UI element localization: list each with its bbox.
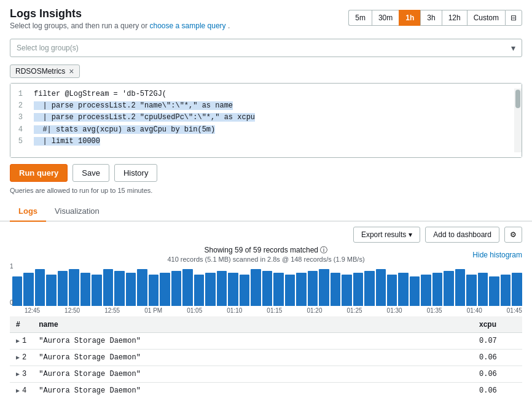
histogram-bar <box>410 276 420 306</box>
histogram-bar <box>331 273 340 306</box>
tab-visualization[interactable]: Visualization <box>46 201 108 222</box>
results-table-container: # name xcpu ▶1 "Aurora Storage Daemon" 0… <box>0 316 532 395</box>
history-button[interactable]: History <box>114 164 157 182</box>
calendar-icon-btn[interactable]: ⊟ <box>505 10 522 26</box>
code-editor[interactable]: 1 2 3 4 5 filter @LogStream = 'db-5T2GJ(… <box>10 83 522 158</box>
histogram-bar <box>319 269 329 306</box>
histogram-bar <box>251 269 260 306</box>
export-label: Export results <box>361 230 406 239</box>
time-btn-custom[interactable]: Custom <box>467 10 505 26</box>
x-label: 01:45 <box>507 307 522 314</box>
x-label: 01:15 <box>267 307 282 314</box>
chart-container: 1 0 12:4512:5012:5501 PM01:0501:1001:150… <box>10 263 522 314</box>
histogram-bar <box>80 273 90 306</box>
code-line-2: | parse processList.2 "name\":\"*," as n… <box>34 100 509 112</box>
results-toolbar: Export results ▾ Add to dashboard ⚙ <box>0 222 532 245</box>
expand-icon[interactable]: ▶ <box>16 388 20 394</box>
col-header-xcpu: xcpu <box>473 316 522 333</box>
histogram-bar <box>398 273 408 306</box>
time-btn-12h[interactable]: 12h <box>442 10 467 26</box>
histogram-section: Showing 59 of 59 records matched ⓘ 410 r… <box>0 245 532 314</box>
time-btn-1h[interactable]: 1h <box>399 10 420 26</box>
histogram-title: Showing 59 of 59 records matched ⓘ 410 r… <box>167 245 364 263</box>
editor-content[interactable]: filter @LogStream = 'db-5T2GJ( | parse p… <box>29 88 514 152</box>
x-label: 01 PM <box>144 307 162 314</box>
histogram-scan-info: 410 records (5.1 MB) scanned in 2.8s @ 1… <box>167 256 364 263</box>
row-name: "Aurora Storage Daemon" <box>33 333 473 350</box>
sample-query-link[interactable]: choose a sample query <box>150 22 226 30</box>
expand-icon[interactable]: ▶ <box>16 338 20 345</box>
histogram-bar <box>285 275 295 306</box>
histogram-bar <box>296 273 306 306</box>
tag-remove-btn[interactable]: × <box>69 67 74 76</box>
expand-icon[interactable]: ▶ <box>16 371 20 378</box>
x-label: 01:35 <box>427 307 442 314</box>
histogram-bar <box>387 275 397 306</box>
histogram-bar <box>103 269 113 306</box>
histogram-bar <box>353 273 363 306</box>
histogram-bar <box>126 273 136 306</box>
histogram-bar <box>114 271 124 306</box>
x-label: 12:45 <box>25 307 40 314</box>
x-label: 12:55 <box>104 307 120 314</box>
histogram-bar <box>273 273 283 306</box>
table-row: ▶1 "Aurora Storage Daemon" 0.07 <box>10 333 522 350</box>
row-hash: ▶4 <box>10 383 33 396</box>
row-hash: ▶3 <box>10 366 33 383</box>
results-table: # name xcpu ▶1 "Aurora Storage Daemon" 0… <box>10 316 522 395</box>
histogram-bar <box>149 275 158 306</box>
run-query-button[interactable]: Run query <box>10 164 68 182</box>
histogram-bar <box>308 271 318 306</box>
row-xcpu: 0.06 <box>473 366 522 383</box>
code-line-5: | limit 10000 <box>34 136 509 147</box>
histogram-bar <box>466 275 476 306</box>
histogram-bar <box>217 271 227 306</box>
histogram-bar <box>205 273 215 306</box>
histogram-count: Showing 59 of 59 records matched ⓘ <box>167 245 364 256</box>
histogram-bar <box>228 273 238 306</box>
histogram-bar <box>364 271 374 306</box>
histogram-bar <box>432 273 442 306</box>
chart-y-labels: 1 0 <box>10 263 14 306</box>
line-numbers: 1 2 3 4 5 <box>10 88 29 152</box>
x-label: 01:25 <box>347 307 362 314</box>
code-line-3: | parse processList.2 "cpuUsedPc\":\"*,"… <box>34 112 509 123</box>
histogram-bar <box>171 271 181 306</box>
code-line-1: filter @LogStream = 'db-5T2GJ( <box>34 88 509 100</box>
histogram-bar <box>240 275 249 306</box>
row-name: "Aurora Storage Daemon" <box>33 366 473 383</box>
table-row: ▶3 "Aurora Storage Daemon" 0.06 <box>10 366 522 383</box>
export-results-button[interactable]: Export results ▾ <box>353 227 420 243</box>
histogram-bar <box>160 273 170 306</box>
save-button[interactable]: Save <box>72 164 109 182</box>
time-btn-30m[interactable]: 30m <box>372 10 399 26</box>
editor-scrollbar[interactable] <box>514 88 522 152</box>
histogram-bar <box>512 273 522 306</box>
x-label: 01:20 <box>307 307 322 314</box>
row-xcpu: 0.07 <box>473 333 522 350</box>
log-group-section: Select log group(s) ▾ <box>0 34 532 62</box>
query-note: Queries are allowed to run for up to 15 … <box>0 184 532 198</box>
tab-logs[interactable]: Logs <box>10 201 46 222</box>
x-label: 01:05 <box>187 307 202 314</box>
histogram-bar <box>23 273 33 306</box>
col-header-name: name <box>33 316 473 333</box>
x-label: 12:50 <box>65 307 80 314</box>
x-label: 01:10 <box>227 307 242 314</box>
code-line-4: #| stats avg(xcpu) as avgCpu by bin(5m) <box>34 124 509 136</box>
time-btn-3h[interactable]: 3h <box>420 10 441 26</box>
chevron-down-icon: ▾ <box>511 43 515 53</box>
tags-row: RDSOSMetrics × <box>0 62 532 83</box>
add-to-dashboard-button[interactable]: Add to dashboard <box>425 227 499 243</box>
chart-x-labels: 12:4512:5012:5501 PM01:0501:1001:1501:20… <box>10 306 522 314</box>
log-group-select[interactable]: Select log group(s) ▾ <box>10 39 522 57</box>
expand-icon[interactable]: ▶ <box>16 354 20 361</box>
row-xcpu: 0.06 <box>473 350 522 366</box>
time-btn-5m[interactable]: 5m <box>348 10 372 26</box>
histogram-bar <box>92 275 101 306</box>
tag-rdsos: RDSOSMetrics × <box>10 65 80 78</box>
row-hash: ▶1 <box>10 333 33 350</box>
histogram-bar <box>12 276 22 306</box>
settings-gear-button[interactable]: ⚙ <box>504 227 522 243</box>
histogram-bar <box>194 275 204 306</box>
